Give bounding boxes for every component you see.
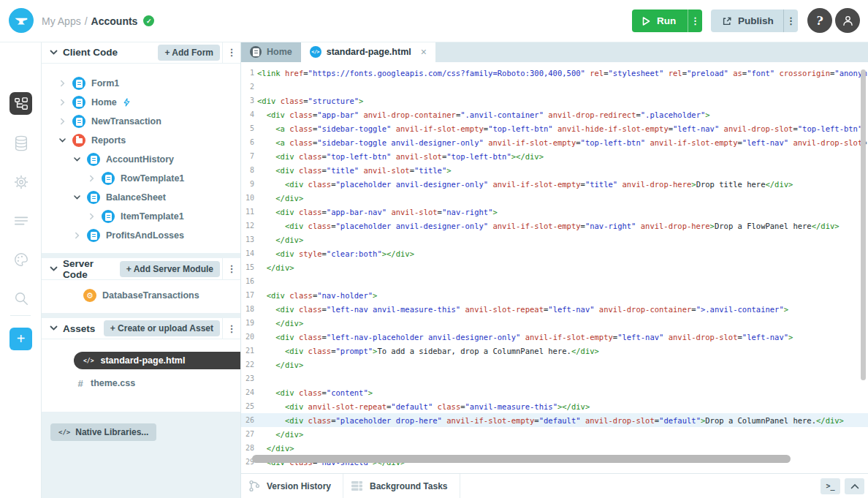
code-line[interactable]: 9 <div class="placeholder anvil-designer…	[241, 177, 868, 191]
tree-item-newtransaction[interactable]: NewTransaction	[42, 112, 240, 131]
code-line[interactable]: 18 <div class="left-nav anvil-measure-th…	[241, 302, 868, 316]
chevron-down-icon[interactable]	[72, 194, 81, 201]
chevron-right-icon[interactable]	[87, 213, 96, 220]
code-line-text: <div style="clear:both"></div>	[254, 249, 414, 258]
collapse-panel-button[interactable]	[845, 478, 864, 494]
app-browser-icon[interactable]	[9, 92, 32, 115]
tree-item-balancesheet[interactable]: BalanceSheet	[42, 188, 240, 207]
play-icon	[642, 17, 650, 26]
version-history-button[interactable]: Version History	[241, 474, 343, 498]
breadcrumb-my-apps[interactable]: My Apps	[42, 15, 81, 27]
code-line[interactable]: 6 <a class="sidebar-toggle anvil-designe…	[241, 135, 868, 149]
code-line[interactable]: 5 <a class="sidebar-toggle" anvil-if-slo…	[241, 121, 868, 135]
chevron-down-icon[interactable]	[50, 266, 58, 272]
code-line[interactable]: 16	[241, 274, 868, 288]
code-line[interactable]: 19 </div>	[241, 316, 868, 330]
tree-item-label: Reports	[91, 135, 126, 146]
client-code-menu[interactable]: ⋮	[222, 42, 240, 63]
chevron-right-icon[interactable]	[58, 99, 66, 106]
code-line-text: </div>	[254, 444, 294, 453]
code-line[interactable]: 20 <div class="left-nav-placeholder anvi…	[241, 330, 868, 344]
chevron-down-icon[interactable]	[50, 325, 58, 331]
code-line[interactable]: 8 <div class="title" anvil-slot="title">	[241, 163, 868, 177]
code-line[interactable]: 23	[241, 371, 868, 385]
tree-item-rowtemplate1[interactable]: RowTemplate1	[42, 169, 240, 188]
code-line[interactable]: 2	[241, 80, 868, 94]
tab-standard-page.html[interactable]: </>standard-page.html×	[301, 42, 435, 62]
tree-item-itemtemplate1[interactable]: ItemTemplate1	[42, 207, 240, 226]
search-icon[interactable]	[9, 287, 32, 309]
theme-palette-icon[interactable]	[9, 248, 32, 271]
chevron-right-icon[interactable]	[72, 232, 81, 239]
assets-menu[interactable]: ⋮	[222, 318, 240, 339]
chevron-down-icon[interactable]	[58, 137, 66, 144]
code-line[interactable]: 24 <div class="content">	[241, 385, 868, 399]
code-line[interactable]: 1<link href="https://fonts.googleapis.co…	[241, 66, 868, 80]
tree-item-profitsandlosses[interactable]: ProfitsAndLosses	[42, 226, 240, 245]
vertical-scrollbar[interactable]	[861, 69, 866, 380]
code-line-text: <div class="prompt">To add a sidebar, dr…	[254, 347, 599, 355]
publish-options-menu[interactable]: ⋮	[784, 15, 798, 26]
help-button[interactable]: ?	[807, 8, 832, 33]
code-editor[interactable]: 1<link href="https://fonts.googleapis.co…	[241, 62, 868, 474]
code-line[interactable]: 22 </div>	[241, 358, 868, 371]
tab-home[interactable]: Home	[241, 42, 301, 62]
code-line[interactable]: 11 <div class="app-bar-nav" anvil-slot="…	[241, 205, 868, 219]
code-line[interactable]: 21 <div class="prompt">To add a sidebar,…	[241, 344, 868, 358]
code-line[interactable]: 10 </div>	[241, 191, 868, 205]
tree-item-home[interactable]: Home	[42, 93, 240, 112]
run-button-label: Run	[657, 15, 676, 26]
code-line[interactable]: 12 <div class="placeholder anvil-designe…	[241, 219, 868, 233]
server-code-menu[interactable]: ⋮	[222, 258, 240, 279]
code-line[interactable]: 25 <div anvil-slot-repeat="default" clas…	[241, 399, 868, 413]
native-libraries-button[interactable]: </> Native Libraries...	[50, 423, 156, 441]
app-browser-panel: Client Code + Add Form ⋮ Form1HomeNewTra…	[42, 42, 241, 498]
tab-label: Home	[267, 47, 292, 57]
publish-button[interactable]: Publish ⋮	[711, 10, 798, 32]
anvil-logo-icon[interactable]	[9, 8, 34, 33]
chevron-down-icon[interactable]	[72, 156, 81, 163]
close-tab-icon[interactable]: ×	[421, 46, 427, 58]
chevron-right-icon[interactable]	[58, 80, 66, 87]
chevron-down-icon[interactable]	[50, 50, 58, 56]
code-line[interactable]: 13 </div>	[241, 233, 868, 246]
add-server-module-button[interactable]: + Add Server Module	[120, 261, 220, 277]
tree-item-reports[interactable]: Reports	[42, 131, 240, 150]
line-number: 28	[241, 444, 254, 452]
tree-item-form1[interactable]: Form1	[42, 74, 240, 93]
add-form-button[interactable]: + Add Form	[158, 45, 220, 61]
code-line[interactable]: 4 <div class="app-bar" anvil-drop-contai…	[241, 107, 868, 121]
background-tasks-button[interactable]: Background Tasks	[343, 474, 460, 498]
database-icon[interactable]	[9, 132, 32, 154]
line-number: 12	[241, 222, 254, 230]
code-line[interactable]: 17 <div class="nav-holder">	[241, 288, 868, 302]
create-or-upload-asset-button[interactable]: + Create or upload Asset	[104, 320, 220, 336]
code-line[interactable]: 28 </div>	[241, 441, 868, 455]
code-line-text: </div>	[254, 235, 303, 244]
run-options-menu[interactable]: ⋮	[688, 15, 702, 26]
line-number: 4	[241, 110, 254, 118]
top-bar: My Apps / Accounts ✓ Run ⋮ Publish ⋮ ?	[0, 0, 868, 42]
asset-item-theme.css[interactable]: #theme.css	[42, 374, 240, 393]
asset-item-standard-page.html[interactable]: </>standard-page.html	[74, 352, 240, 369]
version-history-label: Version History	[267, 481, 331, 491]
tree-item-accounthistory[interactable]: AccountHistory	[42, 150, 240, 169]
settings-gear-icon[interactable]	[9, 170, 32, 193]
add-new-button[interactable]: +	[9, 328, 32, 350]
horizontal-scrollbar[interactable]	[252, 455, 791, 463]
code-line[interactable]: 26 <div class="placeholder drop-here" an…	[241, 413, 868, 427]
chevron-right-icon[interactable]	[87, 175, 96, 182]
status-bar: Version History Background Tasks >_	[241, 473, 868, 498]
code-line[interactable]: 15 </div>	[241, 260, 868, 274]
code-line[interactable]: 3<div class="structure">	[241, 94, 868, 107]
run-button[interactable]: Run ⋮	[632, 10, 702, 32]
server-module-databasetransactions[interactable]: ⚙DatabaseTransactions	[42, 286, 240, 305]
user-icon	[841, 14, 855, 28]
code-line[interactable]: 7 <div class="top-left-btn" anvil-slot="…	[241, 149, 868, 163]
code-line[interactable]: 14 <div style="clear:both"></div>	[241, 246, 868, 260]
outline-list-icon[interactable]	[9, 209, 32, 232]
code-line[interactable]: 27 </div>	[241, 427, 868, 441]
chevron-right-icon[interactable]	[58, 118, 66, 125]
account-button[interactable]	[835, 8, 860, 33]
terminal-button[interactable]: >_	[821, 478, 840, 494]
